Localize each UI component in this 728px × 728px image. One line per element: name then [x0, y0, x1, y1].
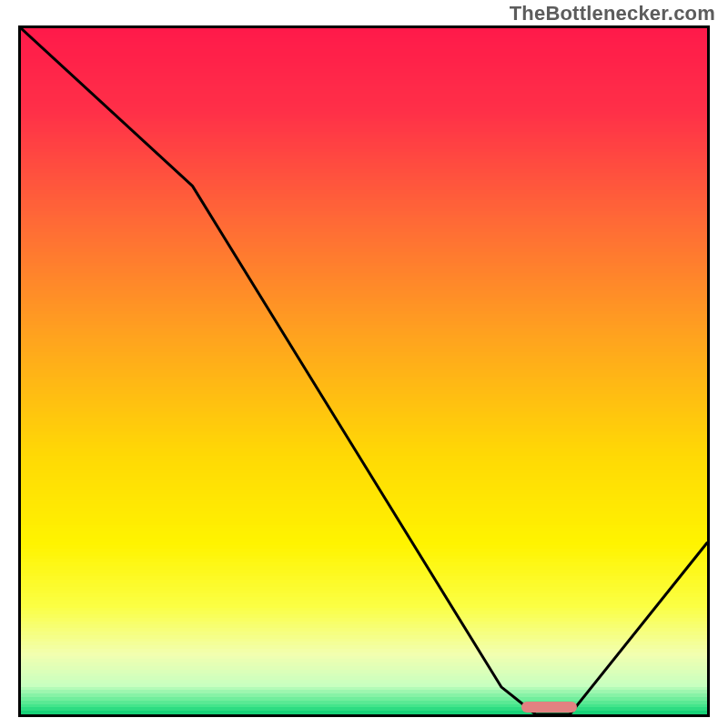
- gradient-band: [21, 714, 707, 717]
- watermark-text: TheBottlenecker.com: [510, 2, 715, 25]
- bottleneck-curve: [21, 28, 707, 714]
- plot-area: [21, 28, 707, 714]
- chart-container: TheBottlenecker.com: [0, 0, 728, 728]
- plot-frame: [18, 25, 710, 717]
- optimal-marker: [521, 702, 576, 713]
